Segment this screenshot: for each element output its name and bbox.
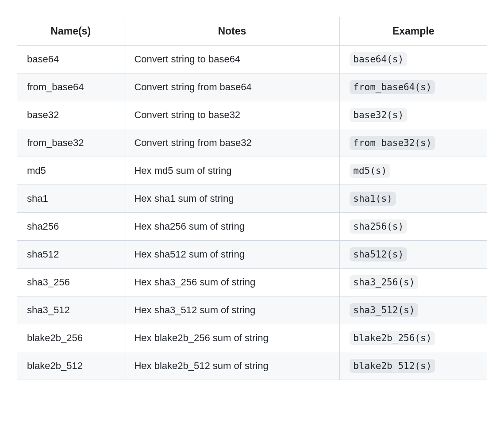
table-row: base64 Convert string to base64 base64(s… — [17, 46, 487, 73]
cell-notes: Convert string to base64 — [124, 46, 340, 73]
header-names: Name(s) — [17, 17, 124, 46]
code-example: sha1(s) — [350, 192, 396, 206]
cell-notes: Hex blake2b_256 sum of string — [124, 324, 340, 352]
cell-name: from_base32 — [17, 129, 124, 157]
code-example: from_base32(s) — [350, 136, 435, 150]
table-row: blake2b_512 Hex blake2b_512 sum of strin… — [17, 352, 487, 380]
cell-example: sha256(s) — [340, 213, 487, 241]
code-example: sha512(s) — [350, 247, 407, 261]
cell-notes: Convert string to base32 — [124, 101, 340, 129]
cell-example: sha512(s) — [340, 241, 487, 269]
cell-example: sha1(s) — [340, 185, 487, 213]
code-example: blake2b_256(s) — [350, 331, 435, 345]
cell-notes: Hex sha512 sum of string — [124, 241, 340, 269]
cell-example: base64(s) — [340, 46, 487, 73]
code-example: sha256(s) — [350, 219, 407, 234]
code-example: sha3_256(s) — [350, 275, 418, 289]
cell-notes: Hex sha1 sum of string — [124, 185, 340, 213]
cell-notes: Convert string from base64 — [124, 73, 340, 101]
table-row: sha3_256 Hex sha3_256 sum of string sha3… — [17, 269, 487, 296]
cell-name: from_base64 — [17, 73, 124, 101]
cell-example: md5(s) — [340, 157, 487, 185]
cell-example: base32(s) — [340, 101, 487, 129]
table-row: sha1 Hex sha1 sum of string sha1(s) — [17, 185, 487, 213]
code-example: md5(s) — [350, 164, 390, 178]
code-example: base32(s) — [350, 108, 407, 122]
table-header-row: Name(s) Notes Example — [17, 17, 487, 46]
code-example: base64(s) — [350, 52, 407, 66]
code-example: blake2b_512(s) — [350, 359, 435, 373]
cell-notes: Hex blake2b_512 sum of string — [124, 352, 340, 380]
table-row: sha512 Hex sha512 sum of string sha512(s… — [17, 241, 487, 269]
header-notes: Notes — [124, 17, 340, 46]
code-example: from_base64(s) — [350, 80, 435, 94]
cell-notes: Hex md5 sum of string — [124, 157, 340, 185]
cell-name: base64 — [17, 46, 124, 73]
cell-example: blake2b_512(s) — [340, 352, 487, 380]
cell-example: sha3_256(s) — [340, 269, 487, 296]
cell-example: blake2b_256(s) — [340, 324, 487, 352]
cell-name: sha3_256 — [17, 269, 124, 296]
table-row: sha3_512 Hex sha3_512 sum of string sha3… — [17, 296, 487, 324]
cell-notes: Hex sha3_512 sum of string — [124, 296, 340, 324]
cell-name: sha512 — [17, 241, 124, 269]
cell-name: sha3_512 — [17, 296, 124, 324]
functions-table: Name(s) Notes Example base64 Convert str… — [17, 17, 487, 380]
code-example: sha3_512(s) — [350, 303, 418, 317]
cell-name: blake2b_256 — [17, 324, 124, 352]
header-example: Example — [340, 17, 487, 46]
cell-name: sha1 — [17, 185, 124, 213]
cell-name: md5 — [17, 157, 124, 185]
table-row: md5 Hex md5 sum of string md5(s) — [17, 157, 487, 185]
cell-example: from_base32(s) — [340, 129, 487, 157]
table-row: blake2b_256 Hex blake2b_256 sum of strin… — [17, 324, 487, 352]
cell-notes: Convert string from base32 — [124, 129, 340, 157]
table-row: sha256 Hex sha256 sum of string sha256(s… — [17, 213, 487, 241]
table-row: from_base64 Convert string from base64 f… — [17, 73, 487, 101]
cell-notes: Hex sha3_256 sum of string — [124, 269, 340, 296]
cell-example: sha3_512(s) — [340, 296, 487, 324]
cell-notes: Hex sha256 sum of string — [124, 213, 340, 241]
cell-name: sha256 — [17, 213, 124, 241]
cell-name: base32 — [17, 101, 124, 129]
table-row: from_base32 Convert string from base32 f… — [17, 129, 487, 157]
cell-example: from_base64(s) — [340, 73, 487, 101]
table-row: base32 Convert string to base32 base32(s… — [17, 101, 487, 129]
cell-name: blake2b_512 — [17, 352, 124, 380]
